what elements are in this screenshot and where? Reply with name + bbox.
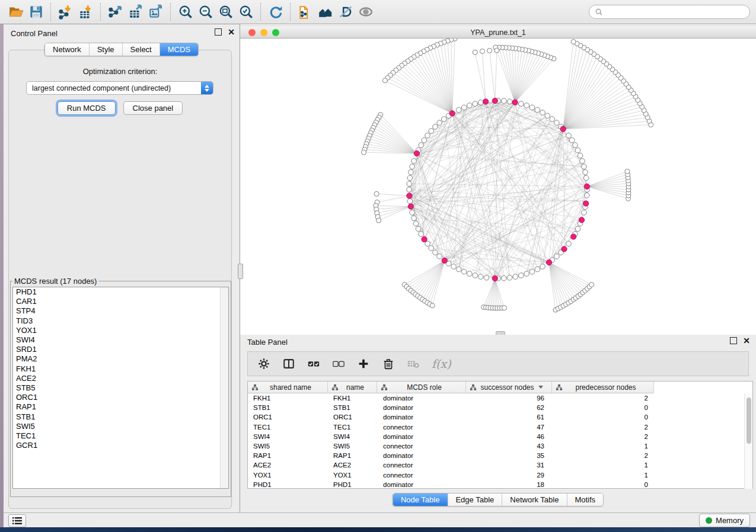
close-panel-icon[interactable]: ✕ — [743, 338, 750, 344]
table-scrollbar[interactable] — [744, 393, 752, 489]
mcds-result-item[interactable]: GCR1 — [13, 441, 228, 450]
mcds-result-item[interactable]: PMA2 — [13, 354, 228, 364]
table-cell[interactable]: FKH1 — [328, 395, 377, 402]
float-panel-icon[interactable] — [215, 28, 222, 36]
tab-node-table[interactable]: Node Table — [393, 493, 448, 506]
table-row[interactable]: STB1STB1dominator620 — [248, 403, 752, 412]
table-cell[interactable]: 29 — [466, 472, 552, 479]
deselect-all-checkbox-icon[interactable] — [332, 355, 345, 373]
mcds-result-item[interactable]: ACE2 — [13, 374, 228, 383]
table-cell[interactable]: dominator — [377, 481, 466, 488]
column-header-shared-name[interactable]: shared name — [248, 382, 328, 393]
table-cell[interactable]: PHD1 — [248, 481, 328, 488]
table-cell[interactable]: YOX1 — [328, 472, 377, 479]
table-row[interactable]: RAP1RAP1dominator352 — [248, 451, 752, 460]
table-cell[interactable]: SWI4 — [328, 433, 377, 440]
mcds-result-item[interactable]: FKH1 — [13, 364, 228, 374]
mcds-result-item[interactable]: ORC1 — [13, 393, 228, 402]
table-cell[interactable]: dominator — [377, 452, 466, 459]
table-cell[interactable]: 96 — [466, 395, 552, 402]
tab-style[interactable]: Style — [89, 43, 122, 56]
table-cell[interactable]: 35 — [466, 452, 552, 459]
tab-select[interactable]: Select — [122, 43, 160, 56]
table-cell[interactable]: ACE2 — [328, 462, 377, 469]
table-row[interactable]: PHD1PHD1dominator180 — [248, 480, 752, 489]
table-cell[interactable]: 62 — [466, 404, 552, 411]
memory-button[interactable]: Memory — [699, 514, 750, 527]
node-table[interactable]: shared namenameMCDS rolesuccessor nodesp… — [247, 381, 753, 489]
zoom-fit-icon[interactable] — [216, 3, 236, 21]
table-cell[interactable]: dominator — [377, 414, 466, 421]
table-cell[interactable]: 0 — [552, 404, 654, 411]
table-cell[interactable]: TEC1 — [328, 424, 377, 431]
mcds-result-item[interactable]: YOX1 — [13, 326, 228, 335]
tab-network-table[interactable]: Network Table — [502, 493, 566, 506]
settings-gear-icon[interactable] — [257, 355, 270, 373]
column-header-mcds-role[interactable]: MCDS role — [377, 382, 466, 393]
table-cell[interactable]: 1 — [552, 462, 654, 469]
table-cell[interactable]: connector — [377, 472, 466, 479]
table-cell[interactable]: RAP1 — [248, 452, 328, 459]
import-table-icon[interactable] — [76, 3, 96, 21]
table-cell[interactable]: 0 — [552, 481, 654, 488]
mcds-list-scrollbar[interactable] — [220, 287, 228, 488]
column-header-successor-nodes[interactable]: successor nodes — [466, 382, 552, 393]
vertical-splitter-handle[interactable] — [238, 264, 243, 279]
table-cell[interactable]: 2 — [552, 395, 654, 402]
zoom-in-icon[interactable] — [176, 3, 196, 21]
zoom-selected-icon[interactable] — [236, 3, 256, 21]
table-cell[interactable]: ORC1 — [328, 414, 377, 421]
mcds-result-list[interactable]: PHD1CAR1STP4TID3YOX1SWI4SRD1PMA2FKH1ACE2… — [12, 287, 229, 489]
table-cell[interactable]: 43 — [466, 443, 552, 450]
table-cell[interactable]: dominator — [377, 395, 466, 402]
column-layout-icon[interactable] — [282, 355, 295, 373]
table-cell[interactable]: dominator — [377, 433, 466, 440]
table-row[interactable]: FKH1FKH1dominator962 — [248, 393, 752, 403]
network-view[interactable] — [240, 39, 756, 335]
table-cell[interactable]: RAP1 — [328, 452, 377, 459]
table-cell[interactable]: 1 — [552, 443, 654, 450]
table-cell[interactable]: YOX1 — [248, 472, 328, 479]
table-row[interactable]: ACE2ACE2connector311 — [248, 460, 752, 470]
export-network-icon[interactable] — [106, 3, 126, 21]
table-cell[interactable]: STB1 — [328, 404, 377, 411]
table-cell[interactable]: TEC1 — [248, 424, 328, 431]
mcds-result-item[interactable]: CAR1 — [13, 297, 228, 306]
tab-edge-table[interactable]: Edge Table — [447, 493, 502, 506]
table-cell[interactable]: SWI5 — [328, 443, 377, 450]
table-cell[interactable]: connector — [377, 443, 466, 450]
float-panel-icon[interactable] — [730, 337, 737, 344]
table-cell[interactable]: 18 — [466, 481, 552, 488]
table-cell[interactable]: 1 — [552, 472, 654, 479]
mcds-result-item[interactable]: PHD1 — [13, 287, 228, 297]
table-cell[interactable]: 2 — [552, 452, 654, 459]
table-cell[interactable]: 2 — [552, 424, 654, 431]
table-cell[interactable]: dominator — [377, 404, 466, 411]
close-panel-button[interactable]: Close panel — [123, 101, 183, 115]
column-header-name[interactable]: name — [328, 382, 377, 393]
table-row[interactable]: YOX1YOX1connector291 — [248, 470, 752, 480]
table-cell[interactable]: 31 — [466, 462, 552, 469]
table-cell[interactable]: 0 — [552, 414, 654, 421]
run-mcds-button[interactable]: Run MCDS — [58, 101, 116, 115]
tab-network[interactable]: Network — [45, 43, 89, 56]
export-image-icon[interactable] — [146, 3, 166, 21]
new-network-icon[interactable] — [295, 3, 315, 21]
search-input[interactable] — [603, 6, 744, 18]
table-cell[interactable]: 46 — [466, 433, 552, 440]
mcds-result-item[interactable]: TID3 — [13, 316, 228, 326]
hide-graphics-details-icon[interactable] — [336, 3, 356, 21]
save-session-icon[interactable] — [26, 3, 46, 21]
criterion-dropdown[interactable]: largest connected component (undirected) — [26, 81, 213, 95]
table-cell[interactable]: ORC1 — [248, 414, 328, 421]
zoom-out-icon[interactable] — [196, 3, 216, 21]
tab-mcds[interactable]: MCDS — [160, 43, 198, 56]
table-cell[interactable]: STB1 — [248, 404, 328, 411]
table-cell[interactable]: 2 — [552, 433, 654, 440]
import-network-icon[interactable] — [56, 3, 76, 21]
open-file-icon[interactable] — [6, 3, 26, 21]
network-window-titlebar[interactable]: YPA_prune.txt_1 — [240, 25, 756, 39]
mcds-result-item[interactable]: STP4 — [13, 306, 228, 316]
table-row[interactable]: ORC1ORC1dominator610 — [248, 412, 752, 422]
export-table-icon[interactable] — [126, 3, 146, 21]
